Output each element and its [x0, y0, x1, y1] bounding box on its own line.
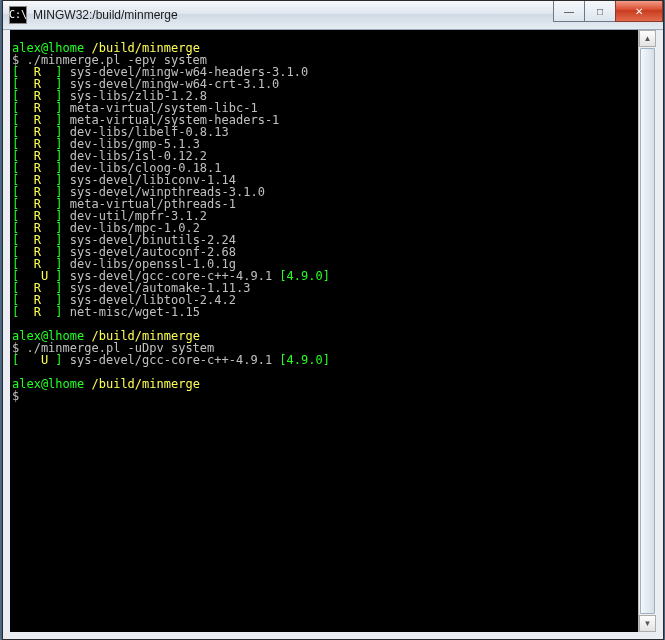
- scroll-thumb[interactable]: [640, 48, 655, 614]
- pkg-extra: [4.9.0]: [279, 353, 330, 367]
- pkg-flags: U: [19, 353, 55, 367]
- client-area: alex@lhome /build/minmerge$ ./minmerge.p…: [10, 30, 656, 632]
- terminal-line: [ R ] net-misc/wget-1.15: [12, 306, 636, 318]
- application-window: C:\ MINGW32:/build/minmerge — □ ✕ alex@l…: [2, 0, 664, 640]
- pkg-flags: R: [19, 305, 55, 319]
- pkg-name: sys-devel/gcc-core-c++-4.9.1: [70, 353, 272, 367]
- terminal-output[interactable]: alex@lhome /build/minmerge$ ./minmerge.p…: [10, 30, 638, 632]
- minimize-button[interactable]: —: [553, 1, 585, 22]
- maximize-button[interactable]: □: [584, 1, 616, 22]
- terminal-line: $: [12, 390, 636, 402]
- pkg-extra: [4.9.0]: [279, 269, 330, 283]
- window-buttons: — □ ✕: [554, 1, 663, 21]
- terminal-line: alex@lhome /build/minmerge: [12, 378, 636, 390]
- close-button[interactable]: ✕: [615, 1, 663, 22]
- prompt-sign: $: [12, 389, 26, 403]
- title-bar[interactable]: C:\ MINGW32:/build/minmerge — □ ✕: [3, 1, 663, 30]
- prompt-path: /build/minmerge: [91, 377, 199, 391]
- vertical-scrollbar[interactable]: ▲ ▼: [638, 30, 656, 632]
- pkg-name: net-misc/wget-1.15: [70, 305, 200, 319]
- scroll-down-button[interactable]: ▼: [639, 615, 656, 632]
- pkg-bracket: ]: [55, 305, 69, 319]
- pkg-bracket: ]: [55, 353, 69, 367]
- terminal-line: [ U ] sys-devel/gcc-core-c++-4.9.1 [4.9.…: [12, 354, 636, 366]
- scroll-up-button[interactable]: ▲: [639, 30, 656, 47]
- app-icon: C:\: [9, 6, 27, 24]
